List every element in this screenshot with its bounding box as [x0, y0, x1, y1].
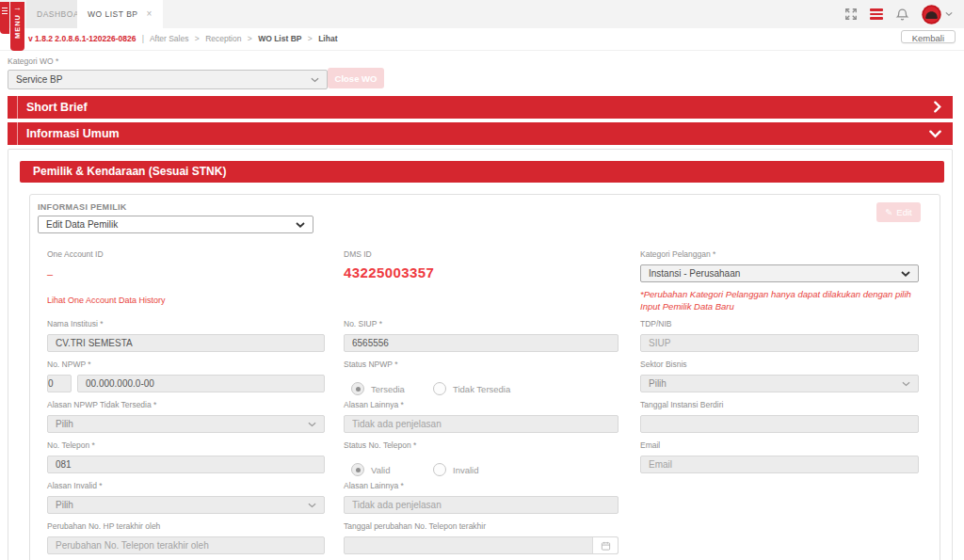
select-value: Service BP [16, 74, 62, 85]
perubahan-hp-input [47, 536, 325, 554]
pencil-icon: ✎ [885, 207, 892, 217]
chevron-separator: > [248, 34, 252, 43]
section-title: Short Brief [26, 101, 88, 114]
alasan-lainnya-telepon-input [344, 496, 619, 514]
section-short-brief[interactable]: Short Brief [8, 96, 953, 119]
select-value: Pilih [56, 419, 73, 429]
breadcrumb-item[interactable]: Reception [205, 34, 241, 43]
calendar-icon [592, 537, 618, 553]
informasi-pemilik-card: INFORMASI PEMILIK Edit Data Pemilik ✎ Ed… [29, 194, 940, 560]
caret-down-icon[interactable] [945, 11, 953, 17]
tab-wo-list-bp[interactable]: WO LIST BP × [77, 0, 163, 28]
one-account-history-link[interactable]: Lihat One Account Data History [47, 296, 325, 305]
close-icon[interactable]: × [147, 9, 153, 19]
status-telepon-field: Status No. Telepon * Valid Invalid [344, 440, 619, 476]
section-informasi-umum[interactable]: Informasi Umum [8, 122, 953, 145]
field-label: Alasan Lainnya * [344, 481, 619, 491]
tdp-nib-input [640, 334, 919, 352]
radio-label: Valid [371, 465, 433, 475]
email-field: Email [640, 440, 919, 473]
alasan-invalid-field: Alasan Invalid * Pilih [47, 481, 325, 514]
tanggal-instansi-input [640, 415, 919, 433]
chevron-down-icon [308, 503, 316, 508]
close-wo-button[interactable]: Close WO [328, 68, 384, 88]
menu-button[interactable]: → MENU [0, 2, 25, 51]
edit-button[interactable]: ✎ Edit [876, 202, 921, 222]
breadcrumb-item[interactable]: After Sales [150, 34, 189, 43]
no-siup-field: No. SIUP * [344, 319, 619, 352]
section-pemilik-kendaraan: Pemilik & Kendaraan (Sesuai STNK) [20, 161, 944, 183]
field-label: No. SIUP * [344, 319, 619, 329]
sektor-bisnis-field: Sektor Bisnis Pilih [640, 360, 919, 392]
version-text: v 1.8.2 2.0.8.6.1-120226-0826 [28, 34, 136, 43]
kategori-pelanggan-note: *Perubahan Kategori Pelanggan hanya dapa… [640, 288, 919, 312]
field-label: Alasan NPWP Tidak Tersedia * [47, 400, 325, 410]
select-value: Pilih [649, 378, 667, 389]
field-label: Tanggal Instansi Berdiri [640, 400, 919, 410]
field-label: No. NPWP * [47, 360, 325, 370]
chevron-down-icon [929, 130, 941, 138]
tanggal-instansi-field: Tanggal Instansi Berdiri [640, 400, 919, 433]
topbar-icons [844, 0, 953, 28]
tdp-nib-field: TDP/NIB [640, 319, 919, 352]
radio-label: Tersedia [371, 384, 433, 394]
select-value: Edit Data Pemilik [46, 219, 118, 230]
avatar[interactable] [922, 5, 941, 24]
informasi-pemilik-title: INFORMASI PEMILIK [38, 202, 127, 212]
topbar: DASHBOARD WO LIST BP × [0, 0, 964, 28]
kategori-wo-select[interactable]: Service BP [8, 70, 328, 89]
data-pemilik-mode-select[interactable]: Edit Data Pemilik [38, 216, 313, 233]
one-account-field: One Account ID – Lihat One Account Data … [47, 249, 325, 305]
fullscreen-icon[interactable] [844, 8, 858, 21]
no-telepon-field: No. Telepon * [47, 440, 325, 473]
field-label: Kategori Pelanggan * [640, 249, 919, 260]
chevron-separator: > [195, 34, 200, 43]
informasi-umum-panel: Pemilik & Kendaraan (Sesuai STNK) INFORM… [8, 149, 953, 560]
chevron-down-icon [901, 271, 910, 277]
kategori-wo-label: Kategori WO * [8, 56, 58, 66]
radio-valid [351, 463, 364, 476]
radio-label: Tidak Tersedia [453, 384, 510, 394]
chevron-right-icon [934, 101, 941, 113]
section-title: Pemilik & Kendaraan (Sesuai STNK) [33, 165, 226, 178]
tanggal-perubahan-field: Tanggal perubahan No. Telepon terakhir [344, 521, 619, 554]
radio-tidak-tersedia [433, 382, 446, 395]
menu-lines-icon[interactable] [870, 7, 883, 22]
dms-id-value: 43225003357 [344, 264, 619, 280]
select-value: Instansi - Perusahaan [649, 268, 740, 279]
one-account-value: – [47, 268, 325, 280]
menu-tab: → MENU [10, 2, 24, 51]
bell-icon[interactable] [895, 7, 909, 22]
field-label: Status No. Telepon * [344, 440, 619, 451]
no-telepon-input [47, 456, 325, 473]
radio-label: Invalid [453, 465, 478, 475]
radio-tersedia [351, 382, 364, 395]
no-npwp-input [77, 375, 325, 392]
no-siup-input [344, 334, 619, 352]
perubahan-hp-field: Perubahan No. HP terakhir oleh [47, 521, 325, 554]
edit-label: Edit [896, 207, 911, 217]
menu-label: MENU [13, 14, 22, 39]
breadcrumb-item[interactable]: WO List BP [258, 34, 301, 43]
kategori-pelanggan-select[interactable]: Instansi - Perusahaan [640, 264, 919, 282]
tab-label: WO LIST BP [88, 9, 138, 19]
kategori-pelanggan-field: Kategori Pelanggan * Instansi - Perusaha… [640, 249, 919, 312]
chevron-down-icon [902, 381, 910, 387]
breadcrumb-item-current: Lihat [318, 34, 337, 43]
field-label: Alasan Lainnya * [344, 400, 619, 410]
chevron-separator: > [308, 34, 313, 43]
select-value: Pilih [56, 500, 73, 510]
field-label: Sektor Bisnis [640, 360, 919, 370]
alasan-lainnya-npwp-field: Alasan Lainnya * [344, 400, 619, 433]
field-label: DMS ID [344, 249, 619, 260]
radio-invalid [433, 463, 446, 476]
email-input [640, 456, 919, 473]
chevron-down-icon [296, 222, 305, 228]
tanggal-perubahan-input [344, 536, 619, 554]
no-npwp-field: No. NPWP * [47, 360, 325, 392]
alasan-npwp-field: Alasan NPWP Tidak Tersedia * Pilih [47, 400, 325, 433]
field-label: Tanggal perubahan No. Telepon terakhir [344, 521, 619, 532]
field-label: Email [640, 440, 919, 451]
dms-id-field: DMS ID 43225003357 [344, 249, 619, 280]
back-button[interactable]: Kembali [901, 30, 956, 43]
